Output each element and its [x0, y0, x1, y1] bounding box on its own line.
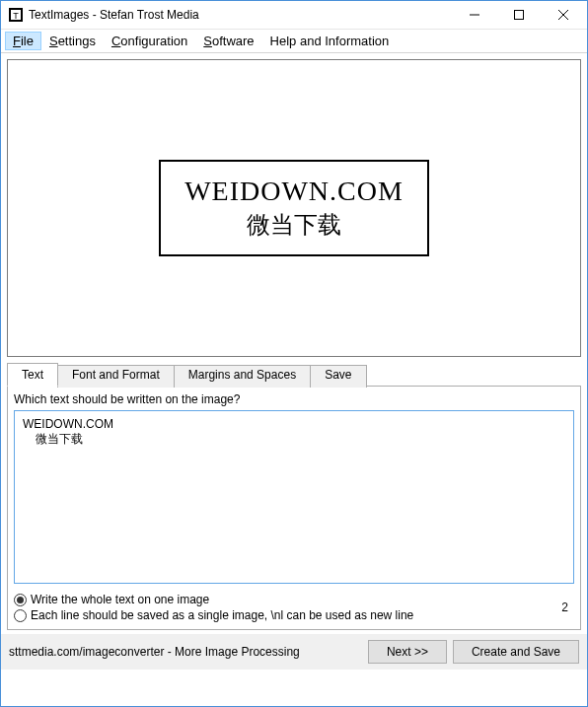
menu-help[interactable]: Help and Information — [262, 32, 398, 50]
radio-whole-label: Write the whole text on one image — [31, 593, 209, 606]
radio-each-line[interactable]: Each line should be saved as a single im… — [14, 608, 561, 622]
tab-save[interactable]: Save — [310, 365, 366, 388]
preview-line1: WEIDOWN.COM — [184, 176, 404, 207]
image-count: 2 — [561, 601, 574, 614]
minimize-button[interactable] — [452, 1, 496, 29]
create-and-save-button[interactable]: Create and Save — [453, 640, 579, 664]
svg-rect-4 — [514, 11, 523, 20]
window-controls — [452, 1, 585, 29]
tab-margins-and-spaces[interactable]: Margins and Spaces — [174, 365, 311, 388]
radio-icon — [14, 594, 27, 606]
menu-software[interactable]: Software — [195, 32, 261, 50]
menubar: File Settings Configuration Software Hel… — [1, 30, 587, 53]
tab-panel-text: Which text should be written on the imag… — [7, 386, 581, 630]
maximize-button[interactable] — [496, 1, 541, 29]
close-button[interactable] — [541, 1, 585, 29]
text-input[interactable] — [14, 410, 574, 584]
menu-configuration[interactable]: Configuration — [104, 32, 195, 50]
radio-each-label: Each line should be saved as a single im… — [31, 608, 413, 622]
menu-file[interactable]: File — [5, 32, 41, 50]
menu-settings[interactable]: Settings — [41, 32, 104, 50]
window-title: TextImages - Stefan Trost Media — [29, 8, 452, 22]
radio-whole-text[interactable]: Write the whole text on one image — [14, 593, 561, 606]
radio-icon — [14, 609, 27, 622]
next-button[interactable]: Next >> — [368, 640, 447, 664]
titlebar: T TextImages - Stefan Trost Media — [1, 1, 587, 30]
tab-font-and-format[interactable]: Font and Format — [57, 365, 175, 388]
footer: sttmedia.com/imageconverter - More Image… — [1, 634, 587, 670]
tabs: Text Font and Format Margins and Spaces … — [7, 363, 581, 386]
preview-canvas: WEIDOWN.COM 微当下载 — [7, 59, 581, 357]
tab-text[interactable]: Text — [7, 363, 58, 387]
preview-line2: 微当下载 — [184, 209, 404, 241]
footer-link[interactable]: sttmedia.com/imageconverter - More Image… — [9, 645, 362, 659]
svg-text:T: T — [13, 11, 19, 21]
text-input-label: Which text should be written on the imag… — [14, 392, 574, 406]
preview-text-box: WEIDOWN.COM 微当下载 — [159, 160, 429, 256]
app-icon: T — [8, 7, 24, 23]
